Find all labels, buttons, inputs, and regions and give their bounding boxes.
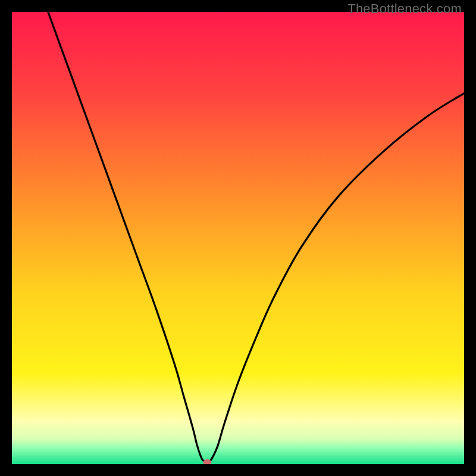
watermark-text: TheBottleneck.com	[347, 1, 462, 17]
gradient-background	[12, 12, 464, 464]
chart-frame	[12, 12, 464, 464]
bottleneck-chart	[12, 12, 464, 464]
